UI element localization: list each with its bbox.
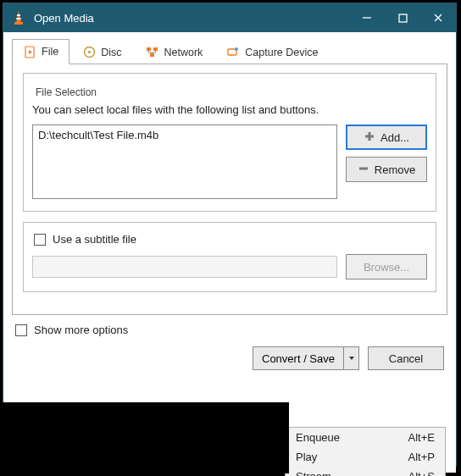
tab-capture-device[interactable]: Capture Device: [215, 39, 329, 64]
browse-button-label: Browse...: [364, 261, 409, 274]
convert-save-label: Convert / Save: [262, 352, 335, 365]
convert-save-dropdown-menu: Enqueue Alt+E Play Alt+P Stream Alt+S Co…: [285, 427, 446, 476]
show-more-options-label: Show more options: [34, 324, 128, 336]
add-button[interactable]: Add...: [346, 125, 427, 150]
svg-rect-14: [150, 53, 154, 57]
svg-point-20: [235, 47, 238, 51]
svg-marker-24: [349, 357, 354, 360]
dropdown-play-shortcut: Alt+P: [408, 451, 435, 463]
minimize-button[interactable]: [349, 3, 385, 32]
tab-network-label: Network: [164, 47, 203, 58]
tab-capture-label: Capture Device: [245, 47, 318, 58]
svg-marker-0: [16, 11, 21, 23]
show-more-options-checkbox[interactable]: [15, 324, 27, 336]
tabs: File Disc Network Capture Device: [12, 39, 456, 64]
dropdown-item-play[interactable]: Play Alt+P: [286, 447, 445, 467]
dropdown-stream-label: Stream: [296, 470, 331, 476]
remove-button[interactable]: Remove: [346, 157, 427, 182]
cancel-button[interactable]: Cancel: [368, 346, 444, 370]
file-selection-legend: File Selection: [32, 86, 100, 98]
tab-panel: File Selection You can select local file…: [12, 64, 447, 315]
subtitle-path-input: [32, 256, 337, 278]
dropdown-enqueue-label: Enqueue: [296, 431, 340, 444]
svg-marker-9: [29, 50, 32, 54]
close-button[interactable]: [420, 3, 456, 32]
file-tab-icon: [23, 45, 36, 58]
use-subtitle-label: Use a subtitle file: [53, 233, 136, 246]
add-button-label: Add...: [380, 131, 409, 144]
footer: Convert / Save Cancel: [3, 336, 456, 370]
tab-disc-label: Disc: [101, 47, 121, 58]
file-list[interactable]: D:\techcult\Test File.m4b: [32, 125, 337, 199]
dropdown-play-label: Play: [296, 451, 317, 463]
file-selection-instructions: You can select local files with the foll…: [32, 103, 427, 116]
tab-file[interactable]: File: [12, 39, 69, 64]
minus-icon: [358, 163, 369, 177]
svg-rect-2: [17, 14, 20, 16]
network-icon: [145, 46, 158, 59]
use-subtitle-checkbox[interactable]: [34, 234, 46, 246]
convert-save-dropdown-arrow[interactable]: [344, 346, 359, 370]
cancel-button-label: Cancel: [389, 352, 423, 365]
convert-save-button[interactable]: Convert / Save: [253, 346, 344, 370]
tab-disc[interactable]: Disc: [71, 39, 132, 64]
tab-file-label: File: [42, 46, 58, 58]
plus-icon: [364, 130, 375, 145]
tab-network[interactable]: Network: [134, 39, 214, 64]
svg-rect-1: [14, 22, 23, 25]
disc-icon: [82, 46, 96, 59]
convert-save-split-button: Convert / Save: [253, 346, 359, 370]
svg-point-11: [88, 51, 91, 53]
open-media-window: Open Media File: [3, 3, 457, 467]
window-title: Open Media: [34, 12, 349, 25]
svg-rect-5: [399, 14, 407, 22]
show-more-options-row: Show more options: [15, 324, 456, 336]
browse-button: Browse...: [346, 254, 427, 280]
dropdown-item-enqueue[interactable]: Enqueue Alt+E: [286, 428, 445, 447]
svg-rect-3: [16, 18, 20, 19]
svg-rect-13: [153, 47, 158, 51]
dropdown-stream-shortcut: Alt+S: [408, 470, 435, 476]
subtitle-fieldset: Use a subtitle file Browse...: [23, 222, 436, 292]
vlc-cone-icon: [10, 9, 27, 26]
dropdown-item-stream[interactable]: Stream Alt+S: [286, 467, 445, 476]
svg-rect-12: [147, 47, 151, 51]
file-selection-fieldset: File Selection You can select local file…: [23, 73, 436, 212]
dropdown-enqueue-shortcut: Alt+E: [408, 431, 435, 444]
maximize-button[interactable]: [385, 3, 420, 32]
titlebar: Open Media: [3, 3, 456, 32]
remove-button-label: Remove: [375, 163, 415, 176]
background-strip: [3, 402, 289, 473]
capture-device-icon: [226, 46, 240, 59]
file-list-item[interactable]: D:\techcult\Test File.m4b: [38, 129, 331, 141]
